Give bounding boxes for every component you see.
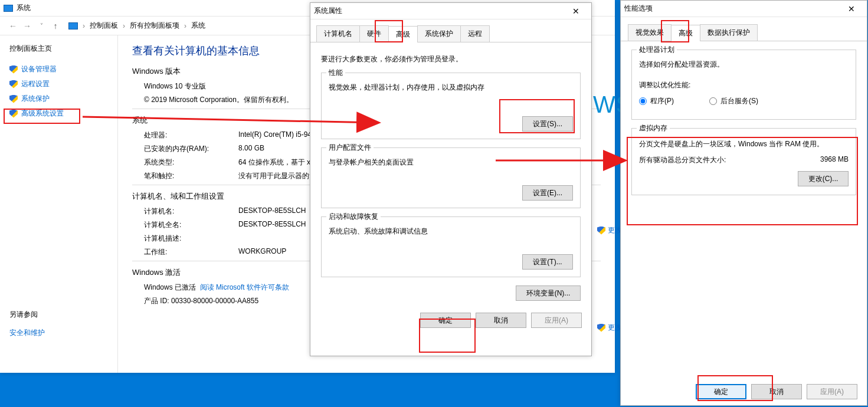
radio-background[interactable]: 后台服务(S) [709, 96, 758, 106]
shield-icon [597, 227, 605, 235]
chevron-right-icon: › [123, 22, 125, 30]
sidebar-item-device-manager[interactable]: 设备管理器 [9, 62, 108, 77]
sysprop-title: 系统属性 [314, 6, 342, 16]
sidebar-item-remote[interactable]: 远程设置 [9, 77, 108, 91]
perf-fieldset: 性能 视觉效果，处理器计划，内存使用，以及虚拟内存 设置(S)... [321, 73, 581, 139]
perf-legend: 性能 [326, 68, 345, 78]
ok-button[interactable]: 确定 [696, 384, 746, 399]
vm-legend: 虚拟内存 [637, 123, 670, 133]
startup-desc: 系统启动、系统故障和调试信息 [329, 227, 573, 237]
sidebar-item-advanced[interactable]: 高级系统设置 [9, 106, 108, 121]
chevron-right-icon: › [184, 22, 186, 30]
radio-bg-input[interactable] [709, 97, 717, 105]
sidebar-item-protection[interactable]: 系统保护 [9, 91, 108, 106]
chevron-right-icon: › [83, 22, 85, 30]
tab-hardware[interactable]: 硬件 [359, 25, 389, 42]
cpu-adjust: 调整以优化性能: [639, 80, 849, 90]
tab-remote[interactable]: 远程 [460, 25, 490, 42]
change-key-link[interactable]: 更改 [597, 323, 622, 333]
sysprop-tabs: 计算机名 硬件 高级 系统保护 远程 [310, 19, 591, 42]
sidebar-item-security[interactable]: 安全和维护 [9, 326, 108, 340]
related-title: 另请参阅 [9, 310, 108, 320]
tab-advanced[interactable]: 高级 [671, 25, 700, 41]
startup-legend: 启动和故障恢复 [326, 212, 381, 222]
license-link[interactable]: 阅读 Microsoft 软件许可条款 [200, 283, 289, 291]
profile-fieldset: 用户配置文件 与登录帐户相关的桌面设置 设置(E)... [321, 147, 581, 208]
radio-program-input[interactable] [639, 97, 647, 105]
system-properties-window: 系统属性 ✕ 计算机名 硬件 高级 系统保护 远程 要进行大多数更改，你必须作为… [310, 2, 592, 356]
profile-settings-button[interactable]: 设置(E)... [522, 185, 573, 201]
profile-legend: 用户配置文件 [326, 143, 374, 153]
sidebar: 控制面板主页 设备管理器 远程设置 系统保护 高级系统设置 另请参阅 安全和维护 [0, 35, 118, 373]
cancel-button[interactable]: 取消 [476, 313, 526, 328]
system-window-title: 系统 [17, 3, 31, 13]
forward-arrow-icon[interactable]: → [20, 19, 34, 33]
ok-button[interactable]: 确定 [420, 313, 471, 328]
tab-system-protection[interactable]: 系统保护 [417, 25, 461, 42]
up-arrow-icon[interactable]: ↑ [48, 19, 63, 33]
monitor-icon [4, 5, 13, 12]
performance-options-window: 性能选项 ✕ 视觉效果 高级 数据执行保护 处理器计划 选择如何分配处理器资源。… [620, 0, 867, 406]
back-arrow-icon[interactable]: ← [6, 19, 20, 33]
startup-fieldset: 启动和故障恢复 系统启动、系统故障和调试信息 设置(T)... [321, 216, 581, 277]
perfopt-title: 性能选项 [624, 4, 653, 14]
tab-advanced[interactable]: 高级 [388, 26, 418, 42]
perfopt-titlebar[interactable]: 性能选项 ✕ [621, 1, 867, 17]
sidebar-home[interactable]: 控制面板主页 [9, 44, 108, 54]
history-chevron-icon[interactable]: ˅ [34, 19, 48, 33]
env-vars-button[interactable]: 环境变量(N)... [516, 285, 581, 301]
pc-icon [68, 22, 78, 29]
perf-settings-button[interactable]: 设置(S)... [522, 116, 573, 132]
startup-settings-button[interactable]: 设置(T)... [522, 254, 573, 270]
shield-icon [9, 95, 18, 103]
sysprop-titlebar[interactable]: 系统属性 ✕ [310, 3, 591, 19]
tab-dep[interactable]: 数据执行保护 [700, 24, 758, 41]
crumb-root[interactable]: 控制面板 [87, 19, 120, 32]
cpu-fieldset: 处理器计划 选择如何分配处理器资源。 调整以优化性能: 程序(P) 后台服务(S… [631, 50, 856, 120]
close-icon[interactable]: ✕ [564, 5, 588, 17]
admin-note: 要进行大多数更改，你必须作为管理员登录。 [321, 54, 581, 64]
perf-desc: 视觉效果，处理器计划，内存使用，以及虚拟内存 [329, 83, 573, 93]
shield-icon [597, 324, 605, 332]
shield-icon [9, 80, 18, 88]
apply-button[interactable]: 应用(A) [807, 384, 857, 399]
vm-total-value: 3968 MB [820, 155, 849, 165]
close-icon[interactable]: ✕ [840, 3, 863, 15]
vm-desc: 分页文件是硬盘上的一块区域，Windows 当作 RAM 使用。 [639, 139, 849, 149]
tab-computer-name[interactable]: 计算机名 [316, 25, 360, 42]
crumb-mid[interactable]: 所有控制面板项 [127, 19, 182, 32]
perfopt-tabs: 视觉效果 高级 数据执行保护 [621, 17, 867, 41]
vm-fieldset: 虚拟内存 分页文件是硬盘上的一块区域，Windows 当作 RAM 使用。 所有… [631, 128, 856, 195]
apply-button[interactable]: 应用(A) [531, 313, 582, 328]
vm-total-label: 所有驱动器总分页文件大小: [639, 155, 726, 165]
profile-desc: 与登录帐户相关的桌面设置 [329, 157, 573, 168]
tab-visual-effects[interactable]: 视觉效果 [628, 24, 672, 41]
radio-program[interactable]: 程序(P) [639, 96, 674, 106]
cpu-legend: 处理器计划 [637, 45, 677, 55]
crumb-leaf[interactable]: 系统 [189, 19, 208, 32]
breadcrumb[interactable]: › 控制面板 › 所有控制面板项 › 系统 [68, 19, 208, 32]
vm-change-button[interactable]: 更改(C)... [798, 171, 849, 186]
cancel-button[interactable]: 取消 [751, 384, 802, 399]
cpu-desc: 选择如何分配处理器资源。 [639, 60, 849, 70]
shield-icon [9, 65, 18, 74]
shield-icon [9, 110, 18, 118]
